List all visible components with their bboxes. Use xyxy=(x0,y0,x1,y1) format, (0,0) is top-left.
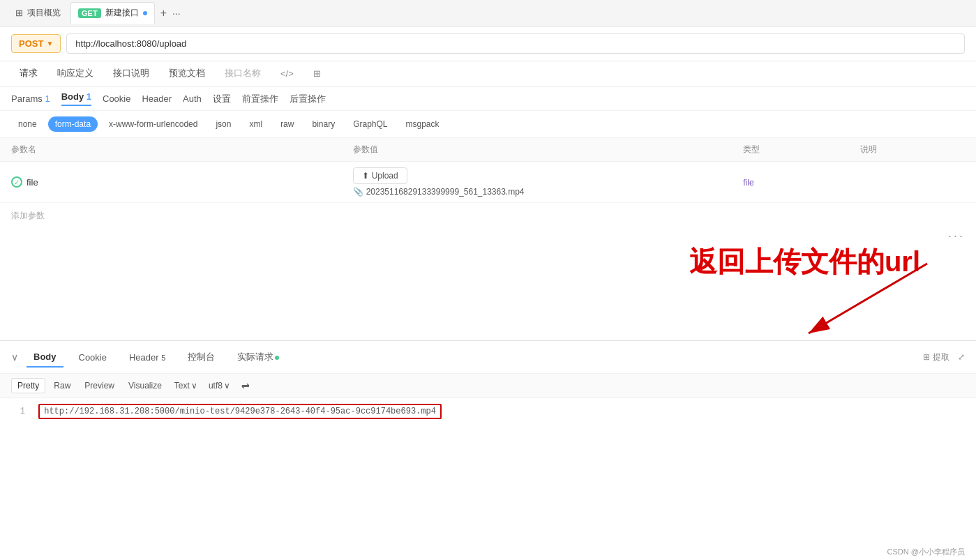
response-tab-console[interactable]: 控制台 xyxy=(181,347,222,368)
tab-pre-op[interactable]: 前置操作 xyxy=(242,93,278,105)
param-name: file xyxy=(27,177,38,188)
active-tab-name: 新建接口 xyxy=(105,7,139,19)
overview-label: 项目概览 xyxy=(27,7,61,19)
body-type-json[interactable]: json xyxy=(209,116,238,132)
url-input[interactable] xyxy=(66,33,965,54)
tab-overview[interactable]: ⊞ 项目概览 xyxy=(8,3,68,23)
col-header-value: 参数值 xyxy=(342,138,733,162)
footer-credit: CSDN @小小李程序员 xyxy=(876,544,976,560)
nav-api-desc[interactable]: 接口说明 xyxy=(105,61,158,86)
url-bar: POST ▼ xyxy=(0,27,976,61)
nav-api-name[interactable]: 接口名称 xyxy=(216,61,269,86)
svg-line-1 xyxy=(809,264,927,333)
encoding-select[interactable]: utf8 ∨ xyxy=(204,379,234,393)
tab-auth[interactable]: Auth xyxy=(183,93,202,104)
nav-request[interactable]: 请求 xyxy=(11,61,46,86)
expand-button[interactable]: ⤢ xyxy=(958,352,965,362)
wrap-icon[interactable]: ⇌ xyxy=(237,378,254,393)
nav-preview-doc[interactable]: 预览文档 xyxy=(160,61,213,86)
body-type-urlencoded[interactable]: x-www-form-urlencoded xyxy=(102,116,204,132)
more-options-dots[interactable]: ··· xyxy=(948,229,965,243)
upload-label: Upload xyxy=(372,171,398,181)
method-chevron: ▼ xyxy=(46,40,53,47)
nav-response-def[interactable]: 响应定义 xyxy=(49,61,102,86)
format-raw[interactable]: Raw xyxy=(48,379,76,393)
body-type-form-data[interactable]: form-data xyxy=(48,116,98,132)
line-number: 1 xyxy=(11,407,25,416)
col-header-type: 类型 xyxy=(732,138,849,162)
tab-settings[interactable]: 设置 xyxy=(213,93,231,105)
col-header-name: 参数名 xyxy=(0,138,342,162)
annotation-area: 返回上传文件的url ··· xyxy=(0,229,976,340)
text-format-select[interactable]: Text ∨ xyxy=(170,379,202,393)
format-bar: Pretty Raw Preview Visualize Text ∨ utf8… xyxy=(0,374,976,398)
response-tab-body[interactable]: Body xyxy=(27,347,63,368)
field-name-cell: ✓ file xyxy=(11,176,331,188)
format-pretty[interactable]: Pretty xyxy=(11,378,45,393)
response-header: ∨ Body Cookie Header 5 控制台 实际请求 ⊞ 提取 ⤢ xyxy=(0,341,976,374)
body-type-raw[interactable]: raw xyxy=(273,116,301,132)
tab-bar: ⊞ 项目概览 GET 新建接口 + ··· xyxy=(0,0,976,27)
format-preview[interactable]: Preview xyxy=(79,379,120,393)
body-type-tabs: none form-data x-www-form-urlencoded jso… xyxy=(0,111,976,138)
method-get-badge: GET xyxy=(78,8,101,18)
annotation-arrow xyxy=(753,250,962,340)
tab-header[interactable]: Header xyxy=(142,93,172,104)
request-nav: 请求 响应定义 接口说明 预览文档 接口名称 </> ⊞ xyxy=(0,61,976,87)
format-visualize[interactable]: Visualize xyxy=(123,379,167,393)
more-tabs-button[interactable]: ··· xyxy=(172,8,181,19)
response-actions: ⊞ 提取 ⤢ xyxy=(923,351,965,363)
response-tab-header[interactable]: Header 5 xyxy=(122,348,172,367)
response-tab-actual[interactable]: 实际请求 xyxy=(230,347,286,368)
nav-grid-icon[interactable]: ⊞ xyxy=(305,63,329,86)
response-content: 1 http://192.168.31.208:5000/minio-test/… xyxy=(0,398,976,425)
tab-active[interactable]: GET 新建接口 xyxy=(70,2,155,24)
response-tab-cookie[interactable]: Cookie xyxy=(72,348,114,367)
add-param-row[interactable]: 添加参数 xyxy=(0,203,976,229)
method-selector[interactable]: POST ▼ xyxy=(11,34,61,53)
response-area: ∨ Body Cookie Header 5 控制台 实际请求 ⊞ 提取 ⤢ P… xyxy=(0,340,976,425)
param-desc xyxy=(849,162,976,203)
param-type[interactable]: file xyxy=(743,178,753,188)
grid-icon: ⊞ xyxy=(15,8,23,18)
tab-post-op[interactable]: 后置操作 xyxy=(290,93,326,105)
body-type-binary[interactable]: binary xyxy=(305,116,342,132)
save-icon: ⊞ xyxy=(923,352,930,362)
body-type-graphql[interactable]: GraphQL xyxy=(346,116,394,132)
paperclip-icon: 📎 xyxy=(353,187,363,197)
body-type-msgpack[interactable]: msgpack xyxy=(399,116,446,132)
body-type-xml[interactable]: xml xyxy=(242,116,269,132)
col-header-desc: 说明 xyxy=(849,138,976,162)
response-url: http://192.168.31.208:5000/minio-test/94… xyxy=(44,407,436,416)
extract-label: 提取 xyxy=(933,351,949,363)
unsaved-dot xyxy=(143,11,147,15)
body-type-none[interactable]: none xyxy=(11,116,44,132)
tab-body[interactable]: Body 1 xyxy=(61,91,91,106)
response-url-highlighted: http://192.168.31.208:5000/minio-test/94… xyxy=(38,404,442,419)
tab-params[interactable]: Params 1 xyxy=(11,93,50,104)
method-label: POST xyxy=(19,38,43,49)
check-icon: ✓ xyxy=(11,176,22,188)
file-link: 📎 20235116829133399999_561_13363.mp4 xyxy=(353,187,721,197)
table-row: ✓ file ⬆ Upload 📎 20235116829133399999_5… xyxy=(0,162,976,203)
form-table: 参数名 参数值 类型 说明 ✓ file ⬆ Upload 📎 2023511 xyxy=(0,138,976,203)
tab-cookie[interactable]: Cookie xyxy=(103,93,130,104)
add-tab-button[interactable]: + xyxy=(160,7,167,20)
file-name: 20235116829133399999_561_13363.mp4 xyxy=(366,187,525,197)
expand-icon: ⤢ xyxy=(958,352,965,362)
nav-code-icon[interactable]: </> xyxy=(272,63,302,86)
tab-actions: + ··· xyxy=(160,7,181,20)
upload-button[interactable]: ⬆ Upload xyxy=(353,167,407,184)
body-sub-tabs: Params 1 Body 1 Cookie Header Auth 设置 前置… xyxy=(0,87,976,111)
extract-button[interactable]: ⊞ 提取 xyxy=(923,351,949,363)
upload-arrow-icon: ⬆ xyxy=(362,171,369,181)
collapse-button[interactable]: ∨ xyxy=(11,351,18,363)
